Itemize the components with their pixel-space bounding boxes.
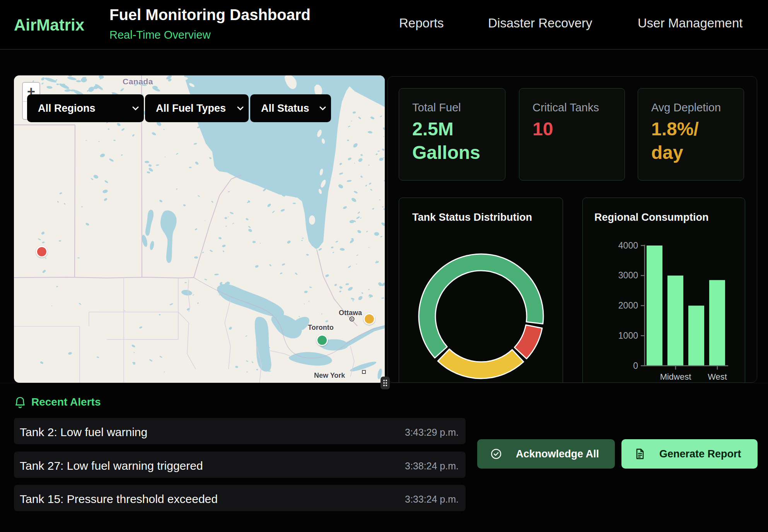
svg-text:4000: 4000 <box>618 240 638 251</box>
svg-text:West: West <box>708 372 727 382</box>
svg-text:0: 0 <box>633 361 638 371</box>
svg-text:Midwest: Midwest <box>660 372 691 382</box>
svg-text:1000: 1000 <box>618 331 638 341</box>
svg-text:2000: 2000 <box>618 300 638 310</box>
svg-text:3000: 3000 <box>618 270 638 280</box>
